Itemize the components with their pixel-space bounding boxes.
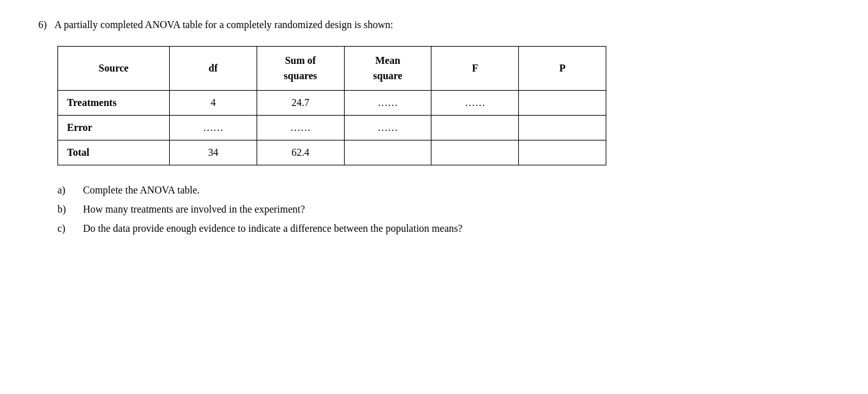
- header-mean-square: Mean square: [344, 47, 431, 91]
- list-item: b) How many treatments are involved in t…: [57, 204, 830, 215]
- sub-label-b: b): [57, 204, 83, 215]
- row-error-f: [431, 116, 519, 140]
- sub-label-c: c): [57, 223, 83, 234]
- question-text: A partially completed ANOVA table for a …: [54, 19, 393, 31]
- list-item: c) Do the data provide enough evidence t…: [57, 223, 830, 234]
- row-treatments-ms: ……: [344, 91, 431, 116]
- sub-questions: a) Complete the ANOVA table. b) How many…: [57, 185, 830, 234]
- list-item: a) Complete the ANOVA table.: [57, 185, 830, 196]
- sub-text-c: Do the data provide enough evidence to i…: [83, 223, 463, 234]
- header-source: Source: [58, 47, 170, 91]
- header-df: df: [170, 47, 257, 91]
- header-sum-of-squares: Sum of squares: [257, 47, 344, 91]
- table-row: Error …… …… ……: [58, 116, 606, 140]
- question-number: 6): [38, 19, 47, 31]
- row-treatments-p: [519, 91, 606, 116]
- table-row: Total 34 62.4: [58, 140, 606, 165]
- row-total-p: [519, 140, 606, 165]
- row-treatments-f: ……: [431, 91, 519, 116]
- anova-table-container: Source df Sum of squares Mean square: [57, 46, 830, 165]
- sub-text-b: How many treatments are involved in the …: [83, 204, 305, 215]
- row-total-df: 34: [170, 140, 257, 165]
- row-treatments-source: Treatments: [58, 91, 170, 116]
- row-total-ms: [344, 140, 431, 165]
- table-header-row: Source df Sum of squares Mean square: [58, 47, 606, 91]
- row-error-df: ……: [170, 116, 257, 140]
- header-f: F: [431, 47, 519, 91]
- row-error-ms: ……: [344, 116, 431, 140]
- row-total-ss: 62.4: [257, 140, 344, 165]
- sub-label-a: a): [57, 185, 83, 196]
- row-treatments-ss: 24.7: [257, 91, 344, 116]
- row-error-ss: ……: [257, 116, 344, 140]
- row-error-source: Error: [58, 116, 170, 140]
- sub-text-a: Complete the ANOVA table.: [83, 185, 200, 196]
- row-error-p: [519, 116, 606, 140]
- table-row: Treatments 4 24.7 …… ……: [58, 91, 606, 116]
- row-total-source: Total: [58, 140, 170, 165]
- row-total-f: [431, 140, 519, 165]
- row-treatments-df: 4: [170, 91, 257, 116]
- header-p: P: [519, 47, 606, 91]
- anova-table: Source df Sum of squares Mean square: [57, 46, 606, 165]
